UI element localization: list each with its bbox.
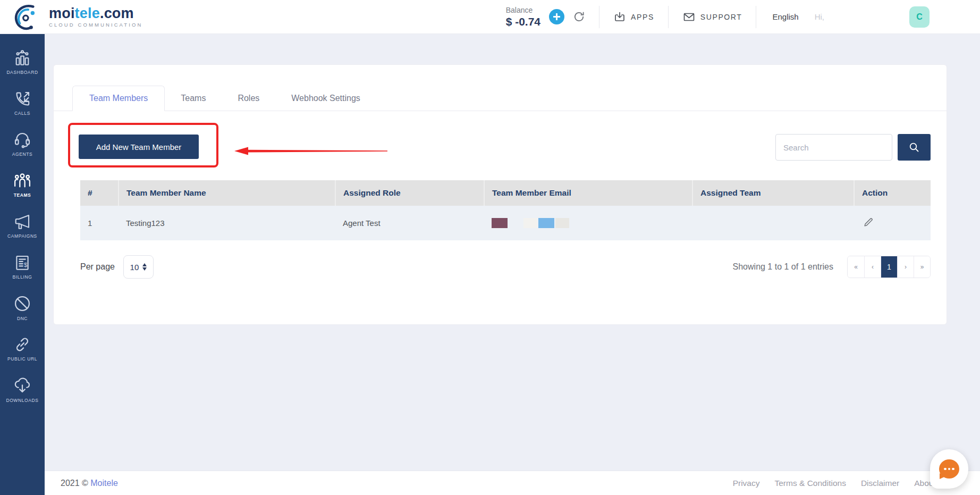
tab-webhook-settings[interactable]: Webhook Settings: [275, 86, 376, 111]
support-button[interactable]: SUPPORT: [669, 11, 756, 23]
sidebar-item-calls[interactable]: CALLS: [0, 82, 45, 123]
spinner-arrows-icon: [142, 263, 147, 271]
invoice-dollar-icon: $: [13, 254, 32, 272]
table-row: 1 Testing123 Agent Test: [80, 206, 931, 240]
copyright-text: 2021 © Moitele: [61, 479, 118, 488]
per-page-value: 10: [130, 263, 139, 272]
footer-links: Privacy Terms & Conditions Disclaimer Ab…: [733, 479, 948, 488]
sidebar-item-downloads[interactable]: DOWNLOADS: [0, 369, 45, 410]
chain-link-icon: [13, 335, 32, 354]
cell-team: [692, 206, 854, 240]
sidebar-item-teams[interactable]: TEAMS: [0, 164, 45, 205]
pagination-last-button[interactable]: »: [914, 256, 930, 278]
cell-name: Testing123: [119, 206, 335, 240]
cell-role: Agent Test: [335, 206, 484, 240]
footer-link-privacy[interactable]: Privacy: [733, 479, 760, 488]
page-footer: 2021 © Moitele Privacy Terms & Condition…: [45, 471, 980, 495]
pagination-page-1-button[interactable]: 1: [881, 256, 897, 278]
people-group-icon: [12, 172, 32, 190]
cell-action: [854, 206, 931, 240]
column-header-index: #: [80, 180, 119, 206]
entries-summary: Showing 1 to 1 of 1 entries: [733, 262, 833, 272]
column-header-name: Team Member Name: [119, 180, 335, 206]
redaction-block: [555, 218, 569, 228]
column-header-email: Team Member Email: [484, 180, 692, 206]
apps-label: APPS: [631, 13, 654, 21]
footer-link-disclaimer[interactable]: Disclaimer: [861, 479, 899, 488]
chat-bubble-icon: [939, 459, 959, 479]
cell-email-redacted: [484, 206, 692, 240]
tab-team-members[interactable]: Team Members: [72, 86, 165, 111]
pagination-first-button[interactable]: «: [848, 256, 864, 278]
redaction-block: [492, 218, 508, 228]
pagination-next-button[interactable]: ›: [897, 256, 914, 278]
redaction-block: [538, 218, 554, 228]
search-button[interactable]: [898, 134, 931, 161]
sidebar-item-dnc[interactable]: DNC: [0, 287, 45, 328]
sidebar-item-agents[interactable]: AGENTS: [0, 123, 45, 164]
search-input[interactable]: [775, 134, 892, 161]
megaphone-icon: [12, 213, 32, 231]
apps-tray-icon: [613, 11, 626, 23]
footer-link-terms[interactable]: Terms & Conditions: [775, 479, 846, 488]
logo-brand-mid: tele: [75, 5, 100, 21]
per-page-select[interactable]: 10: [123, 255, 154, 279]
tab-teams[interactable]: Teams: [165, 86, 222, 111]
annotation-highlight-box: [68, 123, 218, 167]
column-header-role: Assigned Role: [335, 180, 484, 206]
sidebar-item-label: CALLS: [14, 111, 30, 116]
search-icon: [908, 141, 920, 154]
footer-brand-link[interactable]: Moitele: [90, 479, 118, 488]
copyright-prefix: 2021 ©: [61, 479, 88, 488]
sidebar-item-dashboard[interactable]: DASHBOARD: [0, 41, 45, 82]
pencil-edit-icon: [863, 216, 874, 228]
table-footer: Per page 10 Showing 1 to 1 of 1 entries …: [80, 252, 931, 282]
sidebar-item-campaigns[interactable]: CAMPAIGNS: [0, 205, 45, 246]
annotation-arrow: [233, 145, 393, 157]
blocked-circle-icon: [12, 294, 32, 313]
balance-block: Balance $ -0.74: [506, 6, 540, 28]
logo-brand-prefix: moi: [49, 5, 75, 21]
logo-swirl-icon: [12, 3, 45, 31]
svg-text:$: $: [24, 262, 28, 268]
team-members-table: # Team Member Name Assigned Role Team Me…: [80, 180, 931, 240]
language-selector[interactable]: English: [756, 12, 814, 21]
sidebar-item-label: DASHBOARD: [6, 70, 38, 75]
support-label: SUPPORT: [700, 13, 742, 21]
balance-label: Balance: [506, 6, 540, 14]
logo-text: moitele.com CLOUD COMMUNICATION: [49, 6, 142, 28]
sidebar-item-public-url[interactable]: PUBLIC URL: [0, 328, 45, 369]
sidebar-item-label: PUBLIC URL: [7, 356, 37, 362]
tab-bar: Team Members Teams Roles Webhook Setting…: [54, 85, 947, 111]
add-balance-button[interactable]: [549, 9, 564, 24]
avatar[interactable]: C: [909, 6, 930, 28]
top-header: moitele.com CLOUD COMMUNICATION Balance …: [0, 0, 980, 34]
edit-row-button[interactable]: [861, 215, 875, 231]
logo[interactable]: moitele.com CLOUD COMMUNICATION: [12, 3, 142, 31]
refresh-balance-button[interactable]: [573, 11, 585, 23]
sidebar-item-billing[interactable]: $ BILLING: [0, 246, 45, 287]
search-area: [775, 134, 931, 161]
sidebar-item-label: DNC: [17, 316, 28, 321]
redaction-block: [523, 218, 537, 228]
tab-roles[interactable]: Roles: [222, 86, 275, 111]
sidebar-item-label: BILLING: [13, 274, 32, 280]
cloud-download-icon: [12, 376, 32, 395]
dashboard-chart-icon: [13, 49, 32, 67]
apps-menu-button[interactable]: APPS: [599, 11, 668, 23]
table-header-row: # Team Member Name Assigned Role Team Me…: [80, 180, 931, 206]
envelope-icon: [682, 11, 696, 23]
column-header-action: Action: [854, 180, 931, 206]
chat-launcher-button[interactable]: [930, 449, 968, 489]
phone-arrows-icon: [13, 90, 32, 108]
sidebar-item-label: CAMPAIGNS: [7, 233, 37, 239]
user-greeting: Hi,: [815, 12, 824, 21]
per-page-label: Per page: [80, 262, 115, 272]
cell-index: 1: [80, 206, 119, 240]
sidebar-item-label: AGENTS: [12, 152, 33, 157]
pagination: « ‹ 1 › »: [847, 256, 931, 278]
teams-card: Team Members Teams Roles Webhook Setting…: [53, 64, 947, 325]
column-header-team: Assigned Team: [692, 180, 854, 206]
logo-tagline: CLOUD COMMUNICATION: [49, 22, 142, 28]
pagination-prev-button[interactable]: ‹: [864, 256, 881, 278]
